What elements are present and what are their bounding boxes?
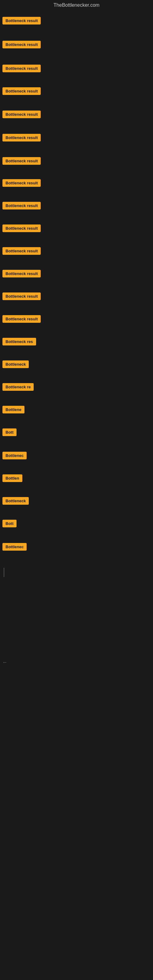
ellipsis-indicator: ... xyxy=(0,658,153,665)
list-item: Bottleneck re xyxy=(0,382,153,391)
bottleneck-badge[interactable]: Bottleneck result xyxy=(2,179,41,187)
list-item: Bottleneck result xyxy=(0,246,153,255)
bottleneck-badge[interactable]: Bottleneck result xyxy=(2,87,41,95)
bottleneck-badge[interactable]: Bottleneck result xyxy=(2,293,41,300)
list-item: Bottleneck result xyxy=(0,201,153,210)
bottleneck-badge[interactable]: Bottlene xyxy=(2,406,24,414)
list-item: Bottleneck result xyxy=(0,16,153,25)
bottleneck-badge[interactable]: Bott xyxy=(2,520,16,527)
list-item: Bottleneck result xyxy=(0,86,153,95)
bottleneck-badge[interactable]: Bottleneck result xyxy=(2,41,41,48)
list-item: Bottleneck result xyxy=(0,269,153,278)
site-title: TheBottlenecker.com xyxy=(0,0,153,10)
bottleneck-badge[interactable]: Bottleneck res xyxy=(2,338,36,345)
bottleneck-badge[interactable]: Bottleneck xyxy=(2,360,29,368)
list-item: Bottlenec xyxy=(0,542,153,551)
items-container: Bottleneck result Bottleneck result Bott… xyxy=(0,10,153,788)
list-item: Bottlen xyxy=(0,474,153,483)
bottleneck-badge[interactable]: Bottleneck result xyxy=(2,65,41,72)
list-item: Bottleneck result xyxy=(0,224,153,233)
list-item: Bottleneck xyxy=(0,496,153,505)
bottleneck-badge[interactable]: Bottleneck result xyxy=(2,134,41,142)
bottleneck-badge[interactable]: Bottleneck result xyxy=(2,247,41,255)
list-item: Bottlene xyxy=(0,405,153,414)
bottleneck-badge[interactable]: Bottlen xyxy=(2,474,22,482)
bottleneck-badge[interactable]: Bottleneck result xyxy=(2,315,41,323)
bottleneck-badge[interactable]: Bottleneck result xyxy=(2,157,41,165)
bottleneck-badge[interactable]: Bott xyxy=(2,428,16,436)
list-item: Bottleneck xyxy=(0,360,153,369)
bottleneck-badge[interactable]: Bottleneck result xyxy=(2,270,41,277)
list-item: Bottleneck result xyxy=(0,156,153,165)
list-item: Bottleneck result xyxy=(0,178,153,188)
list-item: Bott xyxy=(0,428,153,437)
list-item: Bottleneck result xyxy=(0,314,153,323)
bottleneck-badge[interactable]: Bottlenec xyxy=(2,543,27,550)
bottleneck-badge[interactable]: Bottleneck result xyxy=(2,111,41,118)
list-item: Bottleneck res xyxy=(0,337,153,346)
bottleneck-badge[interactable]: Bottleneck result xyxy=(2,17,41,24)
empty-space-2 xyxy=(0,665,153,788)
bottleneck-badge[interactable]: Bottleneck xyxy=(2,497,29,505)
list-item: Bottleneck result xyxy=(0,133,153,142)
list-item: Bottlenec xyxy=(0,451,153,460)
list-item: Bottleneck result xyxy=(0,291,153,301)
empty-space-1 xyxy=(0,578,153,658)
bottleneck-badge[interactable]: Bottleneck result xyxy=(2,224,41,232)
bottleneck-badge[interactable]: Bottlenec xyxy=(2,452,27,460)
list-item: Bottleneck result xyxy=(0,64,153,73)
list-item: Bott xyxy=(0,519,153,528)
bottleneck-badge[interactable]: Bottleneck result xyxy=(2,202,41,210)
vertical-line xyxy=(0,566,153,578)
list-item: Bottleneck result xyxy=(0,110,153,119)
list-item: Bottleneck result xyxy=(0,40,153,49)
bottleneck-badge[interactable]: Bottleneck re xyxy=(2,383,33,391)
